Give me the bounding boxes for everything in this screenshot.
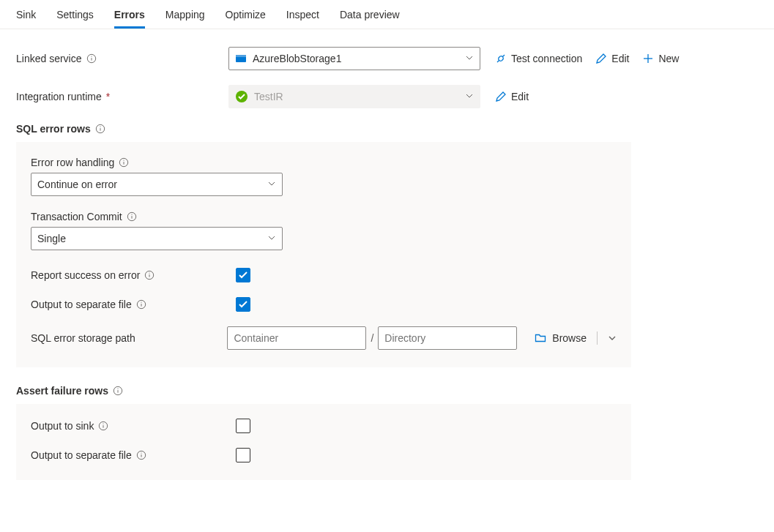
output-separate-checkbox[interactable] — [236, 297, 250, 312]
svg-point-28 — [103, 424, 104, 424]
storage-path-label: SQL error storage path — [31, 332, 135, 344]
container-input[interactable] — [227, 326, 366, 350]
svg-point-2 — [91, 56, 92, 57]
error-row-handling-label: Error row handling — [31, 157, 114, 168]
info-icon[interactable] — [86, 53, 97, 64]
svg-point-25 — [118, 389, 119, 389]
report-success-label: Report success on error — [31, 269, 140, 281]
transaction-commit-label: Transaction Commit — [31, 211, 122, 222]
linked-service-label: Linked service — [16, 53, 82, 64]
error-row-handling-select[interactable]: Continue on error — [31, 173, 283, 196]
info-icon[interactable] — [119, 157, 129, 168]
svg-point-13 — [124, 160, 124, 161]
integration-runtime-select[interactable]: TestIR — [228, 85, 480, 108]
required-indicator: * — [106, 91, 110, 102]
tab-optimize[interactable]: Optimize — [226, 6, 266, 29]
chevron-down-icon — [465, 91, 474, 102]
info-icon[interactable] — [136, 299, 146, 310]
tab-inspect[interactable]: Inspect — [286, 6, 319, 29]
integration-runtime-row: Integration runtime * TestIR Edit — [16, 85, 758, 108]
info-icon[interactable] — [127, 211, 137, 222]
assert-output-separate-label: Output to separate file — [31, 449, 132, 461]
chevron-down-icon — [267, 179, 276, 190]
folder-icon — [535, 332, 546, 344]
assert-failure-panel: Output to sink Output to separate file — [16, 404, 631, 480]
test-icon — [495, 53, 507, 64]
linked-service-value: AzureBlobStorage1 — [253, 53, 341, 64]
edit-integration-runtime-button[interactable]: Edit — [495, 91, 529, 102]
linked-service-row: Linked service AzureBlobStorage1 Test co… — [16, 47, 758, 70]
svg-point-31 — [141, 453, 141, 454]
info-icon[interactable] — [144, 270, 155, 280]
browse-button[interactable]: Browse — [552, 332, 587, 344]
chevron-down-icon — [465, 53, 474, 64]
svg-rect-4 — [236, 55, 246, 57]
output-separate-label: Output to separate file — [31, 299, 132, 310]
divider — [597, 331, 598, 345]
test-connection-button[interactable]: Test connection — [495, 53, 582, 64]
new-linked-service-button[interactable]: New — [642, 53, 679, 64]
info-icon[interactable] — [136, 450, 146, 460]
info-icon[interactable] — [95, 124, 105, 134]
info-icon[interactable] — [113, 386, 123, 396]
chevron-down-icon — [267, 233, 276, 244]
sql-error-rows-header: SQL error rows — [16, 123, 758, 135]
tab-bar: Sink Settings Errors Mapping Optimize In… — [0, 0, 774, 29]
edit-icon — [595, 53, 607, 64]
success-icon — [235, 90, 248, 103]
transaction-commit-select[interactable]: Single — [31, 227, 283, 250]
edit-icon — [495, 91, 507, 102]
path-separator: / — [371, 332, 373, 344]
svg-point-22 — [141, 302, 141, 303]
sql-error-rows-panel: Error row handling Continue on error Tra… — [16, 142, 631, 367]
linked-service-select[interactable]: AzureBlobStorage1 — [228, 47, 480, 70]
tab-mapping[interactable]: Mapping — [165, 6, 205, 29]
output-to-sink-checkbox[interactable] — [236, 419, 250, 433]
integration-runtime-label: Integration runtime — [16, 91, 102, 102]
directory-input[interactable] — [378, 326, 517, 350]
assert-failure-header: Assert failure rows — [16, 385, 758, 397]
integration-runtime-value: TestIR — [254, 91, 283, 102]
svg-point-10 — [100, 127, 100, 127]
storage-icon — [235, 53, 247, 64]
tab-settings[interactable]: Settings — [56, 6, 94, 29]
edit-linked-service-button[interactable]: Edit — [595, 53, 629, 64]
tab-sink[interactable]: Sink — [16, 6, 36, 29]
plus-icon — [642, 53, 654, 64]
assert-output-separate-checkbox[interactable] — [236, 448, 250, 462]
report-success-checkbox[interactable] — [236, 268, 250, 282]
svg-point-16 — [131, 214, 132, 215]
info-icon[interactable] — [98, 421, 108, 431]
browse-dropdown[interactable] — [608, 334, 617, 342]
tab-errors[interactable]: Errors — [114, 6, 145, 29]
output-to-sink-label: Output to sink — [31, 420, 94, 432]
svg-point-19 — [149, 273, 150, 274]
tab-data-preview[interactable]: Data preview — [340, 6, 400, 29]
